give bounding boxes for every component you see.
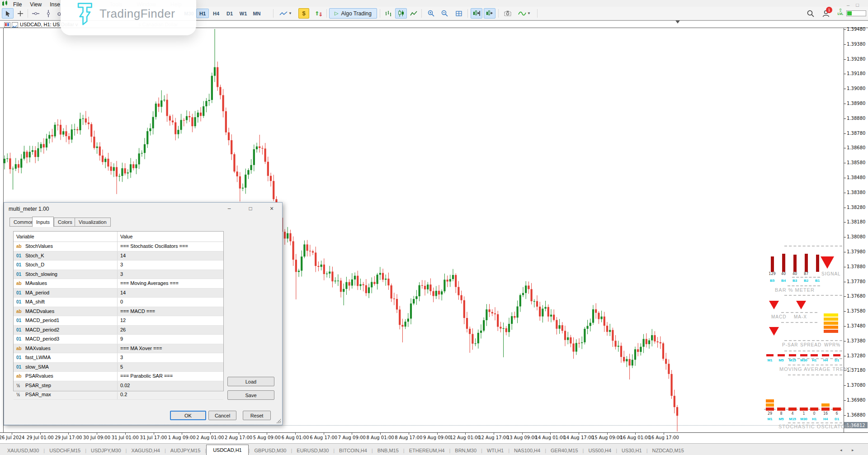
param-row-macd_period1[interactable]: 01MACD_period112 (14, 316, 223, 326)
param-row-psar_step[interactable]: ½PSAR_step0.02 (14, 381, 223, 391)
ma-trend-timeframe: M5 (778, 358, 783, 362)
param-name: Stoch_D (25, 261, 44, 270)
param-row-ma_shift[interactable]: 01MA_shift0 (14, 298, 223, 307)
load-button[interactable]: Load (227, 377, 274, 386)
param-type-icon: ab (16, 279, 23, 288)
table-header-row: Variable Value (14, 232, 223, 242)
watermark-card: TradingFinder (61, 0, 196, 35)
price-tick (844, 222, 846, 223)
stoch-bar-segment (766, 408, 774, 411)
param-row-ma_period[interactable]: 01MA_period14 (14, 289, 223, 298)
ma-trend-dash (789, 354, 796, 356)
indicator-settings-dialog: multi_meter 1.00 – □ × Common Inputs Col… (4, 202, 283, 425)
param-name: MA_period (25, 289, 49, 298)
bar-meter-label: B2 (804, 279, 808, 283)
param-row-mavalues[interactable]: abMAvalues=== Moving Averages === (14, 279, 223, 289)
tab-inputs[interactable]: Inputs (32, 217, 54, 227)
price-tick (844, 178, 846, 178)
param-type-icon: 01 (16, 298, 23, 307)
max-label: MA-X (794, 314, 807, 319)
param-row-psarvalues[interactable]: abPSARvalues=== Parabolic SAR === (14, 372, 223, 381)
param-row-psar_max[interactable]: ½PSAR_max0.2 (14, 390, 223, 400)
param-type-icon: 01 (16, 261, 23, 270)
watermark-brand-text: TradingFinder (99, 7, 175, 21)
stoch-bar-segment (833, 408, 841, 411)
param-value-cell[interactable]: === Moving Averages === (117, 279, 223, 288)
param-name: MACDvalues (25, 307, 54, 316)
bid-price-line (4, 425, 844, 426)
param-row-stoch_slowing[interactable]: 01Stoch_slowing3 (14, 270, 223, 280)
bar-meter-value: 40 (793, 272, 797, 276)
param-value-cell[interactable]: 3 (117, 270, 223, 279)
ok-button[interactable]: OK (170, 411, 206, 420)
param-variable-cell: ½PSAR_max (14, 390, 117, 399)
param-value-cell[interactable]: 5 (117, 363, 223, 372)
tabs-scroll-right-icon[interactable]: ▸ (852, 448, 854, 452)
bar-meter-value: 40 (781, 272, 786, 276)
param-value-cell[interactable]: 0.2 (117, 390, 223, 399)
param-value-cell[interactable]: 14 (117, 289, 223, 298)
cancel-button[interactable]: Cancel (208, 411, 236, 420)
value-column-header: Value (117, 232, 223, 242)
param-value-cell[interactable]: 3 (117, 353, 223, 362)
param-name: MA_shift (25, 298, 45, 307)
param-value-cell[interactable]: 14 (117, 251, 223, 261)
dialog-close-icon[interactable]: × (265, 204, 278, 213)
param-value-cell[interactable]: 26 (117, 326, 223, 335)
price-label: 1.38380 (847, 190, 865, 195)
bar-meter-label: B5 (770, 279, 774, 283)
price-tick (844, 341, 846, 341)
stoch-timeframe: M1 (767, 417, 772, 421)
price-tick (844, 44, 846, 45)
param-row-stochvalues[interactable]: abStochValues=== Stochastic Oscillators … (14, 242, 223, 251)
param-type-icon: ½ (16, 390, 23, 399)
stoch-bar-segment (821, 403, 830, 407)
price-label: 1.37280 (847, 353, 865, 358)
param-row-maxvalues[interactable]: abMAXvalues=== MA Xover === (14, 344, 223, 354)
stoch-bar-segment (810, 408, 818, 411)
tab-colors[interactable]: Colors (54, 218, 76, 227)
param-type-icon: 01 (16, 289, 23, 298)
stoch-timeframe: M15 (789, 417, 796, 421)
ma-trend-title: MOVING AVERAGE TREND (779, 366, 852, 372)
inputs-table[interactable]: Variable Value abStochValues=== Stochast… (13, 231, 224, 391)
price-label: 1.38580 (847, 160, 865, 165)
price-tick (844, 118, 846, 119)
param-variable-cell: 01MACD_period1 (14, 316, 117, 325)
psar-label: P-SAR (782, 342, 798, 347)
param-row-macdvalues[interactable]: abMACDvalues=== MACD === (14, 307, 223, 317)
dialog-resize-grip[interactable] (276, 419, 281, 423)
param-variable-cell: 01MA_period (14, 289, 117, 298)
param-row-slow_sma[interactable]: 01slow_SMA5 (14, 363, 223, 372)
price-tick (844, 163, 846, 163)
param-row-stoch_d[interactable]: 01Stoch_D3 (14, 261, 223, 270)
param-value-cell[interactable]: 12 (117, 316, 223, 325)
param-variable-cell: 01MACD_period2 (14, 326, 117, 335)
tabs-scroll-left-icon[interactable]: ◂ (840, 448, 842, 452)
param-row-fast_lwma[interactable]: 01fast_LWMA3 (14, 353, 223, 363)
dialog-minimize-icon[interactable]: – (222, 204, 236, 213)
param-row-stoch_k[interactable]: 01Stoch_K14 (14, 251, 223, 261)
tab-visualization[interactable]: Visualization (75, 218, 111, 227)
price-label: 1.38480 (847, 175, 865, 180)
param-row-macd_period3[interactable]: 01MACD_period39 (14, 335, 223, 344)
param-name: MAvalues (25, 279, 47, 288)
param-value-cell[interactable]: 3 (117, 261, 223, 270)
reset-button[interactable]: Reset (243, 411, 271, 420)
param-value-cell[interactable]: === MACD === (117, 307, 223, 316)
param-name: Stoch_slowing (25, 270, 57, 279)
param-value-cell[interactable]: === Stochastic Oscillators === (117, 242, 223, 251)
price-tick (844, 267, 846, 267)
stoch-title: STOCHASTIC OSCILATORS (778, 424, 853, 429)
param-value-cell[interactable]: 0.02 (117, 381, 223, 390)
param-value-cell[interactable]: === Parabolic SAR === (117, 372, 223, 381)
save-button[interactable]: Save (227, 390, 274, 400)
bar-meter-value: 129 (769, 272, 775, 276)
spread-label: SPREAD (800, 342, 821, 347)
dialog-maximize-icon[interactable]: □ (244, 204, 257, 213)
param-value-cell[interactable]: === MA Xover === (117, 344, 223, 353)
price-tick (844, 282, 846, 282)
param-value-cell[interactable]: 0 (117, 298, 223, 307)
param-row-macd_period2[interactable]: 01MACD_period226 (14, 326, 223, 335)
param-value-cell[interactable]: 9 (117, 335, 223, 344)
